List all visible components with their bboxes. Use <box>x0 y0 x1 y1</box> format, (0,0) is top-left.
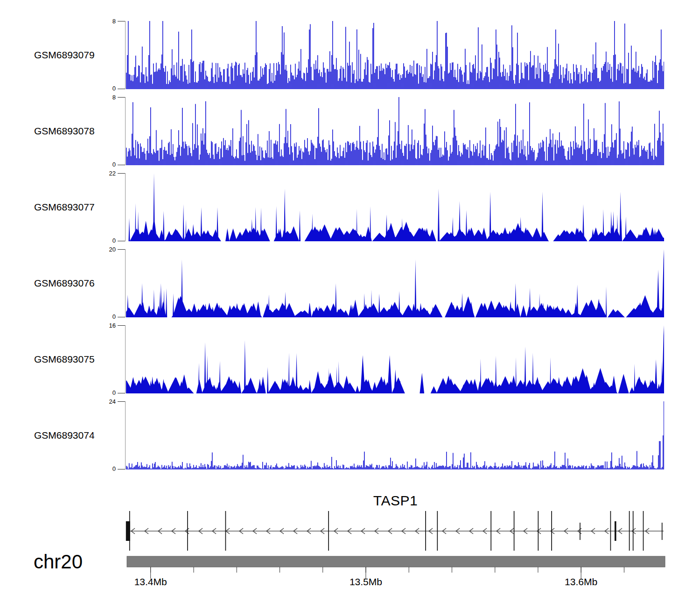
y-axis-tick <box>118 241 126 241</box>
gene-name-label: TASP1 <box>126 493 665 509</box>
chromosome-axis: 13.4Mb13.5Mb13.6Mb <box>126 555 667 597</box>
y-axis-tick <box>118 325 126 326</box>
exon-bar <box>538 511 539 551</box>
coverage-histogram <box>126 97 664 165</box>
y-axis-min-label: 0 <box>95 465 116 472</box>
exon-bar <box>514 511 515 551</box>
y-axis-tick <box>118 173 126 174</box>
exon-bar <box>580 523 581 540</box>
coverage-histogram <box>126 401 664 469</box>
coverage-track-row: GSM6893079 8 0 <box>0 21 700 89</box>
exon-bar <box>551 511 552 551</box>
exon-bar <box>643 511 644 551</box>
y-axis-line <box>125 173 126 241</box>
y-axis-line <box>125 401 126 469</box>
coverage-histogram <box>126 21 664 89</box>
coverage-histogram <box>126 249 664 317</box>
gene-model <box>126 509 665 553</box>
y-axis-min-label: 0 <box>95 313 116 320</box>
track-label: GSM6893078 <box>34 126 95 137</box>
y-axis-line <box>125 21 126 89</box>
coverage-track-row: GSM6893074 24 0 <box>0 401 700 469</box>
y-axis-tick <box>118 89 126 89</box>
y-axis-line <box>125 249 126 317</box>
y-axis-tick <box>118 393 126 393</box>
y-axis-max-label: 20 <box>95 246 116 253</box>
exon-bar <box>437 511 438 551</box>
genome-browser-figure: GSM6893079 8 0 GSM6893078 8 0 GSM6893077… <box>0 0 700 616</box>
exon-bar <box>633 511 634 551</box>
y-axis-min-label: 0 <box>95 389 116 396</box>
exon-bar <box>425 511 426 551</box>
y-axis-tick <box>118 317 126 317</box>
chromosome-label: chr20 <box>34 551 83 573</box>
exon-bar <box>328 511 329 551</box>
exon-bar <box>610 511 611 551</box>
track-label: GSM6893074 <box>34 430 95 441</box>
coverage-track-row: GSM6893078 8 0 <box>0 97 700 165</box>
y-axis-max-label: 16 <box>95 322 116 329</box>
y-axis-max-label: 24 <box>95 398 116 405</box>
coverage-histogram <box>126 173 664 241</box>
y-axis-max-label: 22 <box>95 170 116 177</box>
axis-tick-label: 13.5Mb <box>350 576 382 587</box>
track-label: GSM6893077 <box>34 202 95 213</box>
exon-bar <box>629 511 630 551</box>
exon-bar <box>225 511 226 551</box>
y-axis-tick <box>118 249 126 250</box>
y-axis-min-label: 0 <box>95 237 116 244</box>
exon-bar <box>187 511 188 551</box>
y-axis-tick <box>118 21 126 21</box>
track-label: GSM6893079 <box>34 49 95 61</box>
axis-tick-label: 13.4Mb <box>134 576 167 587</box>
y-axis-max-label: 8 <box>95 18 116 25</box>
y-axis-tick <box>118 165 126 165</box>
track-label: GSM6893075 <box>34 354 95 365</box>
exon-bar <box>662 523 663 540</box>
axis-tick-label: 13.6Mb <box>565 576 597 587</box>
y-axis-tick <box>118 97 126 98</box>
y-axis-max-label: 8 <box>95 94 116 101</box>
exon-bar <box>615 521 616 541</box>
y-axis-min-label: 0 <box>95 85 116 92</box>
y-axis-line <box>125 97 126 165</box>
coverage-histogram <box>126 325 664 393</box>
exon-bar <box>129 511 130 551</box>
y-axis-tick <box>118 401 126 402</box>
track-label: GSM6893076 <box>34 278 95 289</box>
coverage-track-row: GSM6893077 22 0 <box>0 173 700 241</box>
y-axis-line <box>125 325 126 393</box>
exon-bar <box>490 511 491 551</box>
chromosome-bar <box>127 556 665 567</box>
y-axis-tick <box>118 469 126 469</box>
coverage-track-row: GSM6893075 16 0 <box>0 325 700 393</box>
coverage-track-row: GSM6893076 20 0 <box>0 249 700 317</box>
y-axis-min-label: 0 <box>95 161 116 168</box>
